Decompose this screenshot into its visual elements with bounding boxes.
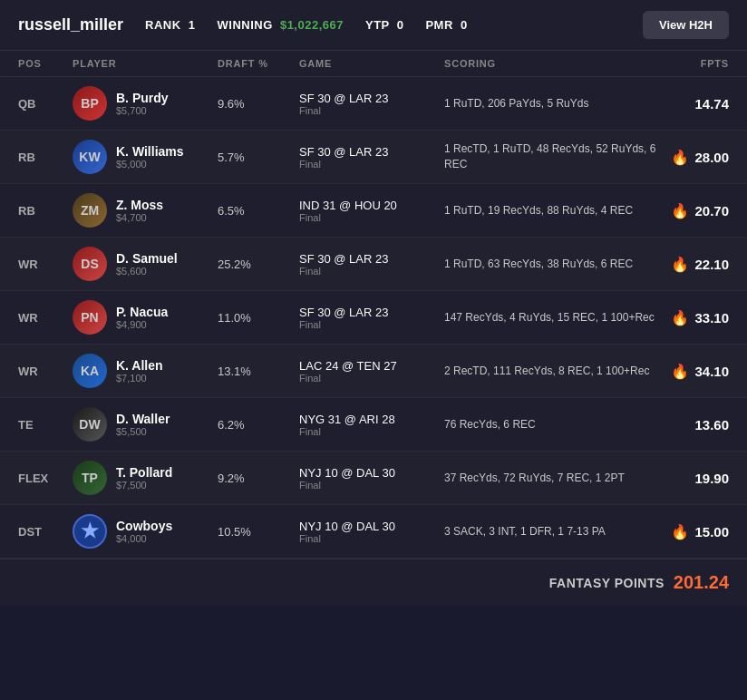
- table-row: WR DS D. Samuel $5,600 25.2% SF 30 @ LAR…: [0, 238, 747, 291]
- fire-icon: 🔥: [671, 363, 689, 380]
- table-row: DST ★ Cowboys $4,000 10.5% NYJ 10 @ DAL …: [0, 505, 747, 559]
- player-name: K. Allen: [116, 358, 163, 373]
- game-status: Final: [299, 105, 444, 116]
- table-row: WR PN P. Nacua $4,900 11.0% SF 30 @ LAR …: [0, 291, 747, 345]
- player-initials: ZM: [81, 203, 99, 218]
- avatar: ★: [73, 514, 107, 549]
- table-container: POS PLAYER DRAFT % GAME SCORING FPTS QB …: [0, 51, 747, 559]
- game-info: NYJ 10 @ DAL 30 Final: [299, 520, 444, 544]
- fpts-cell: 🔥 33.10: [656, 309, 729, 326]
- fire-icon: 🔥: [671, 202, 689, 219]
- table-row: TE DW D. Waller $5,500 6.2% NYG 31 @ ARI…: [0, 398, 747, 452]
- fpts-value: 13.60: [694, 417, 729, 433]
- game-status: Final: [299, 373, 444, 384]
- draft-percent: 6.5%: [218, 204, 299, 218]
- player-salary: $4,000: [116, 533, 172, 544]
- scoring-text: 1 RecTD, 1 RuTD, 48 RecYds, 52 RuYds, 6 …: [444, 141, 656, 172]
- ytp-stat: YTP 0: [362, 18, 403, 32]
- scoring-text: 147 RecYds, 4 RuYds, 15 REC, 1 100+Rec: [444, 310, 656, 326]
- table-row: QB BP B. Purdy $5,700 9.6% SF 30 @ LAR 2…: [0, 77, 747, 131]
- fpts-value: 14.74: [694, 96, 729, 112]
- avatar: BP: [73, 86, 107, 121]
- col-game: GAME: [299, 58, 444, 69]
- avatar: TP: [73, 461, 107, 495]
- game-info: NYJ 10 @ DAL 30 Final: [299, 466, 444, 491]
- team-logo-icon: ★: [81, 520, 99, 543]
- draft-percent: 6.2%: [218, 418, 299, 432]
- player-initials: DW: [79, 417, 100, 432]
- game-status: Final: [299, 212, 444, 223]
- fpts-cell: 🔥 28.00: [656, 149, 729, 166]
- game-score: SF 30 @ LAR 23: [299, 306, 444, 319]
- draft-percent: 10.5%: [218, 525, 299, 539]
- avatar: KA: [73, 354, 107, 388]
- game-status: Final: [299, 266, 444, 277]
- footer-total-points: 201.24: [674, 572, 729, 593]
- col-fpts: FPTS: [656, 58, 729, 69]
- player-info: KW K. Williams $5,000: [73, 140, 218, 174]
- player-salary: $4,900: [116, 319, 168, 330]
- position-label: DST: [18, 525, 73, 539]
- table-row: WR KA K. Allen $7,100 13.1% LAC 24 @ TEN…: [0, 345, 747, 398]
- game-info: SF 30 @ LAR 23 Final: [299, 145, 444, 170]
- player-info: ZM Z. Moss $4,700: [73, 193, 218, 228]
- player-salary: $4,700: [116, 212, 163, 223]
- game-score: SF 30 @ LAR 23: [299, 92, 444, 105]
- fpts-cell: 🔥 15.00: [656, 523, 729, 540]
- player-salary: $7,500: [116, 480, 172, 491]
- game-score: SF 30 @ LAR 23: [299, 145, 444, 159]
- draft-percent: 25.2%: [218, 258, 299, 271]
- game-score: NYJ 10 @ DAL 30: [299, 520, 444, 533]
- scoring-text: 1 RuTD, 19 RecYds, 88 RuYds, 4 REC: [444, 203, 656, 219]
- draft-percent: 5.7%: [218, 151, 299, 164]
- game-score: SF 30 @ LAR 23: [299, 252, 444, 266]
- fire-icon: 🔥: [671, 256, 689, 273]
- player-name: T. Pollard: [116, 465, 172, 480]
- player-info: DS D. Samuel $5,600: [73, 247, 218, 281]
- player-salary: $5,700: [116, 105, 169, 116]
- draft-percent: 11.0%: [218, 311, 299, 325]
- fpts-value: 28.00: [694, 150, 729, 165]
- draft-percent: 9.2%: [218, 472, 299, 485]
- player-salary: $5,500: [116, 426, 170, 437]
- col-player: PLAYER: [73, 58, 218, 69]
- player-info: BP B. Purdy $5,700: [73, 86, 218, 121]
- game-info: SF 30 @ LAR 23 Final: [299, 306, 444, 330]
- game-status: Final: [299, 319, 444, 330]
- fire-icon: 🔥: [671, 149, 689, 166]
- game-status: Final: [299, 533, 444, 544]
- scoring-text: 2 RecTD, 111 RecYds, 8 REC, 1 100+Rec: [444, 364, 656, 379]
- player-info: DW D. Waller $5,500: [73, 407, 218, 442]
- fpts-cell: 14.74: [656, 96, 729, 112]
- player-name: Z. Moss: [116, 198, 163, 212]
- scoring-text: 76 RecYds, 6 REC: [444, 417, 656, 433]
- player-initials: DS: [81, 257, 98, 271]
- game-score: LAC 24 @ TEN 27: [299, 359, 444, 373]
- view-h2h-button[interactable]: View H2H: [643, 11, 729, 39]
- pmr-stat: PMR 0: [422, 18, 467, 32]
- game-score: NYG 31 @ ARI 28: [299, 413, 444, 426]
- rank-stat: RANK 1: [141, 18, 195, 32]
- player-name: D. Waller: [116, 412, 170, 426]
- fpts-value: 34.10: [694, 364, 729, 379]
- player-salary: $5,000: [116, 159, 184, 170]
- scoring-text: 3 SACK, 3 INT, 1 DFR, 1 7-13 PA: [444, 524, 656, 540]
- player-initials: KW: [79, 150, 100, 164]
- avatar: DS: [73, 247, 107, 281]
- position-label: WR: [18, 258, 73, 271]
- game-status: Final: [299, 480, 444, 491]
- position-label: WR: [18, 365, 73, 378]
- fpts-value: 22.10: [694, 257, 729, 272]
- player-name: P. Nacua: [116, 305, 168, 319]
- player-initials: PN: [81, 310, 98, 325]
- fpts-cell: 🔥 22.10: [656, 256, 729, 273]
- fpts-cell: 🔥 34.10: [656, 363, 729, 380]
- table-row: RB ZM Z. Moss $4,700 6.5% IND 31 @ HOU 2…: [0, 184, 747, 238]
- game-status: Final: [299, 426, 444, 437]
- avatar: KW: [73, 140, 107, 174]
- player-name: B. Purdy: [116, 91, 169, 105]
- position-label: WR: [18, 311, 73, 325]
- game-info: LAC 24 @ TEN 27 Final: [299, 359, 444, 384]
- player-info: PN P. Nacua $4,900: [73, 300, 218, 335]
- player-info: ★ Cowboys $4,000: [73, 514, 218, 549]
